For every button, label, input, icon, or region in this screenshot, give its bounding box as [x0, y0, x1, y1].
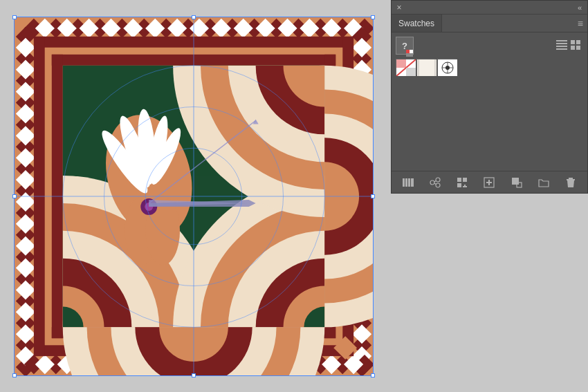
show-color-kinds-button[interactable] [428, 176, 442, 189]
svg-rect-186 [410, 50, 413, 53]
svg-rect-199 [396, 59, 406, 68]
handle-bl[interactable] [12, 373, 17, 377]
svg-point-215 [436, 183, 440, 187]
handle-tr[interactable] [371, 15, 375, 19]
svg-rect-218 [457, 178, 461, 182]
svg-rect-193 [571, 40, 575, 44]
swatches-panel: × « Swatches ≡ ? [391, 0, 588, 194]
panel-collapse-button[interactable]: « [575, 3, 585, 12]
svg-line-216 [434, 180, 437, 182]
edit-swatch-button[interactable] [510, 176, 524, 189]
svg-point-213 [430, 180, 434, 185]
paper-swatch[interactable] [416, 59, 436, 75]
svg-rect-209 [403, 178, 405, 187]
svg-rect-220 [457, 183, 461, 187]
swatch-controls-row: ? [392, 32, 587, 57]
question-swatch[interactable]: ? [396, 37, 414, 55]
new-color-group-button[interactable] [455, 176, 469, 189]
swatch-type-icons: ? [396, 37, 414, 55]
panel-menu-button[interactable]: ≡ [578, 19, 583, 28]
special-swatches-row [392, 57, 587, 78]
handle-br[interactable] [371, 373, 375, 377]
new-swatch-button[interactable] [482, 176, 496, 189]
panel-window-controls: × [394, 3, 404, 12]
svg-rect-210 [405, 178, 407, 187]
svg-rect-229 [567, 179, 575, 180]
svg-rect-195 [571, 46, 575, 50]
handle-rc[interactable] [371, 194, 375, 198]
svg-rect-188 [410, 53, 413, 57]
svg-rect-185 [406, 50, 410, 53]
svg-rect-222 [463, 186, 467, 187]
none-swatch[interactable] [396, 59, 415, 75]
panel-top-bar: × « [392, 1, 587, 15]
swatch-content-area [392, 78, 587, 175]
svg-point-214 [436, 178, 440, 182]
handle-lc[interactable] [12, 194, 17, 198]
svg-rect-196 [576, 46, 580, 50]
swatches-tab[interactable]: Swatches [392, 15, 442, 32]
svg-rect-200 [406, 68, 416, 76]
registration-swatch[interactable] [437, 59, 457, 75]
svg-line-217 [434, 183, 437, 185]
tile-container[interactable] [14, 17, 374, 376]
svg-rect-189 [556, 40, 567, 41]
handle-bc[interactable] [192, 373, 196, 377]
svg-rect-228 [569, 178, 573, 179]
swatches-tab-label: Swatches [398, 19, 434, 28]
handle-tc[interactable] [192, 15, 196, 19]
svg-rect-226 [512, 178, 519, 185]
panel-close-button[interactable]: × [394, 3, 404, 12]
handle-tl[interactable] [12, 15, 17, 19]
svg-rect-187 [406, 53, 410, 57]
panel-bottom-bar [392, 171, 587, 193]
list-view-button[interactable] [555, 39, 569, 53]
svg-rect-211 [408, 178, 410, 187]
tile-svg [15, 17, 373, 375]
svg-rect-219 [463, 178, 467, 182]
svg-rect-201 [417, 59, 437, 76]
panel-tab-row: Swatches ≡ [392, 15, 587, 32]
swatch-view-buttons [555, 39, 583, 53]
canvas-area [0, 0, 387, 392]
swatch-folder-button[interactable] [537, 176, 551, 189]
svg-rect-194 [576, 40, 580, 44]
grid-view-button[interactable] [569, 39, 583, 53]
svg-rect-190 [556, 43, 567, 44]
delete-swatch-button[interactable] [564, 176, 578, 189]
swatch-library-button[interactable] [401, 176, 415, 189]
svg-rect-192 [556, 48, 567, 50]
svg-rect-212 [411, 178, 414, 187]
svg-rect-191 [556, 46, 567, 47]
swatch-arrow [406, 47, 413, 54]
svg-rect-225 [486, 182, 492, 183]
